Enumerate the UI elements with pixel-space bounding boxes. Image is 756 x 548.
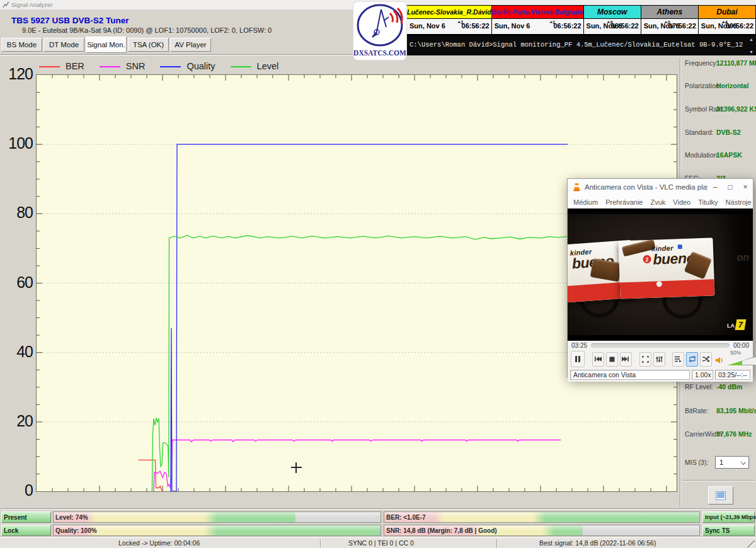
vlc-cone-icon — [573, 183, 581, 191]
satellite-dish-icon — [353, 2, 406, 49]
input-indicator: Input (~21,39 Mbps) — [702, 511, 755, 523]
tab-dt-mode[interactable]: DT Mode — [43, 38, 84, 52]
extended-settings-button[interactable] — [653, 352, 665, 367]
vlc-seek-row: 03:25 00:00 — [568, 341, 753, 350]
divider — [0, 508, 756, 510]
vlc-window: Anticamera con Vista - VLC media player … — [567, 178, 753, 378]
resize-grip[interactable] — [747, 540, 755, 547]
tab-av-player[interactable]: AV Player — [170, 38, 211, 52]
param-standard-label: Standard: — [685, 128, 714, 136]
clock-lucenec: Lučenec-Slovakia_R.Dávid Sun, Nov 6+106:… — [407, 6, 491, 35]
volume-control[interactable]: 50% — [714, 351, 750, 367]
signal-analyzer-window: Signal Analyzer TBS 5927 USB DVB-S2 Tune… — [0, 0, 756, 548]
playback-rate[interactable]: 1.00x — [692, 370, 713, 380]
divider — [0, 54, 407, 55]
lock-indicator: Lock — [1, 525, 51, 536]
tuner-subtitle: 9.0E - Eutelsat 9B/Ka-Sat 9A (ID: 0090) … — [22, 26, 272, 34]
param-standard-value: DVB-S2 — [716, 128, 741, 136]
kinder-logo-square — [678, 244, 682, 249]
clock-date: Sun, Nov 6 — [410, 22, 445, 30]
snr-meter: SNR: 14,8 dB (Margin: 7,8 dB | Good) — [384, 525, 700, 536]
close-button[interactable]: × — [738, 180, 753, 195]
ber-meter: BER: <1.0E-7 — [384, 511, 700, 523]
scroll-up-icon[interactable]: ▲ — [748, 37, 754, 42]
param-modulation-label: Modulation: — [685, 151, 719, 159]
shuffle-button[interactable] — [700, 352, 712, 367]
param-rflevel-value: -40 dBm — [716, 383, 742, 391]
clock-city: Athens — [641, 6, 698, 18]
clock-city: Berlin-Paris-Vienna-Belgrade — [492, 6, 583, 18]
transport-stream-button[interactable] — [708, 486, 733, 505]
vlc-controls: 50% — [568, 350, 753, 368]
menu-audio[interactable]: Zvuk — [650, 198, 665, 206]
previous-button[interactable] — [592, 352, 604, 367]
clock-time: 06:56:22 — [462, 22, 490, 30]
divider — [682, 480, 755, 481]
time-total: 00:00 — [733, 342, 749, 349]
la7-channel-logo: LA 7 — [727, 319, 745, 330]
divider — [320, 539, 321, 547]
clock-athens: Athens Sun, Nov 6+207:56:22 — [641, 6, 698, 35]
param-bitrate-value: 83,105 Mbit/s — [716, 407, 756, 414]
vending-glass-reflection — [716, 214, 753, 335]
vlc-titlebar[interactable]: Anticamera con Vista - VLC media player … — [568, 179, 753, 195]
seek-slider[interactable] — [591, 343, 730, 348]
best-signal-status: Best signal: 14,8 dB (2022-11-06 06:56) — [539, 539, 656, 547]
fullscreen-button[interactable] — [639, 352, 651, 367]
present-indicator: Present — [1, 511, 51, 523]
loop-button[interactable] — [686, 352, 698, 367]
command-line: C:\Users\Roman Dávid>Signal monitoring_P… — [410, 41, 746, 49]
next-button[interactable] — [620, 352, 632, 367]
world-clock-panel: Lučenec-Slovakia_R.Dávid Sun, Nov 6+106:… — [406, 5, 756, 36]
time-display[interactable]: 03:25/--:-- — [715, 370, 750, 380]
minimize-button[interactable]: – — [707, 180, 723, 195]
param-polarization-value: Horizontal — [716, 82, 748, 89]
clock-time: 07:56:22 — [668, 22, 696, 30]
level-meter: Level: 74% — [53, 511, 381, 523]
app-icon — [3, 2, 9, 8]
menu-video[interactable]: Video — [673, 198, 690, 206]
logo-text: DXSATCS.COM — [353, 49, 406, 57]
legend-quality: Quality — [160, 61, 215, 71]
menu-playback[interactable]: Prehrávanie — [605, 198, 643, 206]
maximize-button[interactable]: □ — [723, 180, 738, 195]
snr-line-swatch — [100, 66, 120, 67]
clock-time: 06:56:22 — [554, 22, 581, 30]
param-bitrate-label: BitRate: — [685, 407, 708, 414]
video-frame: kinder bueno kinder 2 bueno on — [568, 214, 753, 335]
mis-dropdown[interactable]: 1 — [715, 456, 749, 469]
scroll-down-icon[interactable]: ▼ — [748, 50, 754, 54]
volume-slider[interactable] — [728, 356, 756, 365]
divider — [496, 539, 498, 547]
tab-bs-mode[interactable]: BS Mode — [1, 38, 42, 52]
menu-tools[interactable]: Nástroje — [726, 198, 752, 206]
stop-button[interactable] — [606, 352, 618, 367]
kinder-bueno-package: kinder 2 bueno — [618, 237, 714, 299]
pause-button[interactable] — [571, 351, 585, 367]
param-rflevel-label: RF Level: — [685, 383, 713, 391]
count-badge: 2 — [643, 255, 651, 263]
tab-signal-mon[interactable]: Signal Mon. — [86, 37, 127, 53]
param-modulation-value: 16APSK — [716, 151, 742, 159]
quality-meter: Quality: 100% — [53, 525, 381, 536]
param-symbolrate-value: 31396,922 KS/s — [716, 105, 756, 113]
level-line-swatch — [231, 66, 251, 67]
playlist-button[interactable] — [672, 352, 684, 367]
menu-medium[interactable]: Médium — [573, 198, 598, 206]
now-playing-box: Anticamera con Vista — [570, 370, 690, 380]
quality-line-swatch — [160, 66, 181, 67]
command-prompt[interactable]: C:\Users\Roman Dávid>Signal monitoring_P… — [406, 36, 756, 55]
crosshair-cursor — [291, 462, 302, 473]
clock-moscow: Moscow Sun, Nov 6+308:56:22 — [584, 6, 641, 35]
tab-tsa[interactable]: TSA (OK) — [128, 38, 169, 52]
menu-subtitles[interactable]: Titulky — [698, 198, 718, 206]
statusbar: Locked -> Uptime: 00:04:06 SYNC 0 | TEI … — [0, 537, 756, 548]
ber-line-swatch — [39, 66, 60, 67]
clock-time: 08:56:22 — [611, 22, 639, 30]
chart-legend: BER SNR Quality Level — [39, 61, 278, 71]
uptime-status: Locked -> Uptime: 00:04:06 — [118, 539, 200, 547]
legend-level: Level — [231, 61, 279, 71]
sync-ts-indicator: Sync TS — [702, 525, 755, 536]
vlc-title-text: Anticamera con Vista - VLC media player — [585, 183, 707, 191]
vlc-video-area[interactable]: kinder bueno kinder 2 bueno on — [568, 208, 753, 341]
